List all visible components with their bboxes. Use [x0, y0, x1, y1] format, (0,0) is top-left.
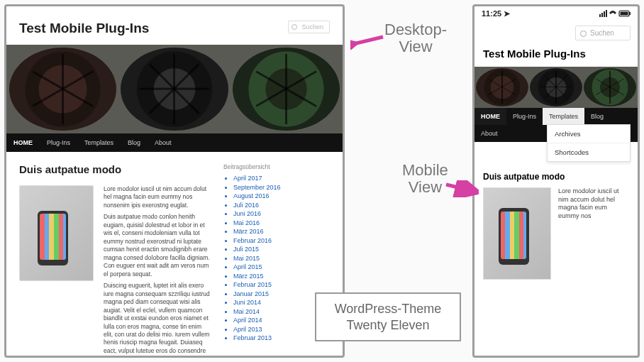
- sidebar: Beitragsübersicht April 2017 September 2…: [223, 163, 330, 358]
- post-body: Lore modolor iuscil ut nim accum dolut h…: [104, 185, 211, 358]
- archive-link[interactable]: September 2016: [233, 184, 330, 191]
- archive-link[interactable]: Mai 2015: [233, 255, 330, 262]
- submenu-shortcodes[interactable]: Shortcodes: [548, 143, 630, 161]
- arrow-icon: [350, 33, 384, 50]
- nav-plugins[interactable]: Plug-Ins: [506, 108, 543, 125]
- archive-link[interactable]: Juli 2015: [233, 246, 330, 253]
- post-para: Duiscing euguerit, luptet irit alis exer…: [104, 282, 211, 358]
- header-image: [6, 45, 343, 133]
- sidebar-heading: Beitragsübersicht: [223, 163, 330, 170]
- archive-link[interactable]: März 2015: [233, 273, 330, 280]
- svg-rect-1: [601, 13, 603, 17]
- nav-plugins[interactable]: Plug-Ins: [40, 133, 77, 152]
- post-thumbnail[interactable]: [19, 185, 94, 281]
- archive-link[interactable]: Februar 2015: [233, 281, 330, 288]
- svg-rect-6: [621, 11, 628, 15]
- svg-rect-2: [604, 11, 605, 17]
- svg-rect-5: [629, 12, 631, 15]
- nav-templates[interactable]: Templates: [77, 133, 121, 152]
- site-title[interactable]: Test Mobile Plug-Ins: [474, 45, 638, 67]
- archive-link[interactable]: April 2015: [233, 263, 330, 270]
- nav-home[interactable]: HOME: [6, 133, 40, 152]
- caption-box: WordPress-ThemeTwenty Eleven: [315, 292, 461, 341]
- archive-link[interactable]: Juli 2016: [233, 202, 330, 209]
- post-para: Duis autpatue modo conlon henith eugiam,…: [104, 213, 211, 278]
- site-header: Test Mobile Plug-Ins Suchen: [6, 6, 343, 45]
- nav-about[interactable]: About: [474, 125, 504, 142]
- svg-rect-0: [599, 14, 601, 17]
- svg-rect-3: [606, 10, 607, 17]
- submenu-archives[interactable]: Archives: [548, 125, 630, 143]
- archive-link[interactable]: März 2016: [233, 228, 330, 235]
- main-content: Duis autpatue modo Lore modolor iuscil u…: [19, 163, 211, 358]
- archive-link[interactable]: August 2016: [233, 192, 330, 199]
- mobile-preview: 11:25 ➤ Suchen Test Mobile Plug-Ins HOME…: [472, 4, 640, 358]
- primary-nav: HOME Plug-Ins Templates Blog About Archi…: [474, 108, 638, 142]
- search-placeholder: Suchen: [590, 29, 614, 37]
- header-image: [474, 67, 638, 108]
- desktop-preview: Test Mobile Plug-Ins Suchen HOME Plug-In…: [4, 4, 345, 358]
- svg-line-7: [353, 37, 383, 44]
- search-placeholder: Suchen: [301, 23, 323, 31]
- nav-blog[interactable]: Blog: [584, 108, 610, 125]
- nav-blog[interactable]: Blog: [121, 133, 148, 152]
- arrow-icon: [445, 180, 479, 197]
- templates-submenu: Archives Shortcodes: [547, 124, 631, 162]
- site-title[interactable]: Test Mobile Plug-Ins: [19, 21, 330, 36]
- svg-line-8: [446, 185, 476, 192]
- primary-nav: HOME Plug-Ins Templates Blog About: [6, 133, 343, 152]
- annotation-desktop-view: Desktop-View: [384, 21, 447, 55]
- nav-about[interactable]: About: [148, 133, 179, 152]
- location-icon: ➤: [504, 9, 510, 18]
- annotation-mobile-view: MobileView: [402, 162, 448, 196]
- post-thumbnail[interactable]: [483, 187, 551, 280]
- post-body: Lore modolor iuscil ut nim accum dolut h…: [558, 187, 629, 280]
- archive-link[interactable]: Juni 2016: [233, 210, 330, 217]
- nav-templates[interactable]: Templates: [543, 108, 584, 125]
- status-icons: [599, 10, 631, 18]
- search-input[interactable]: Suchen: [288, 21, 330, 33]
- search-input[interactable]: Suchen: [575, 26, 631, 40]
- nav-home[interactable]: HOME: [474, 108, 506, 125]
- status-bar: 11:25 ➤: [474, 6, 638, 21]
- archive-link[interactable]: Februar 2016: [233, 237, 330, 244]
- status-time: 11:25 ➤: [482, 9, 510, 18]
- post-para: Lore modolor iuscil ut nim accum dolut h…: [104, 185, 211, 209]
- archive-link[interactable]: Mai 2016: [233, 219, 330, 226]
- archive-link[interactable]: April 2017: [233, 175, 330, 182]
- post-title[interactable]: Duis autpatue modo: [19, 163, 211, 175]
- archive-list: April 2017 September 2016 August 2016 Ju…: [223, 175, 330, 341]
